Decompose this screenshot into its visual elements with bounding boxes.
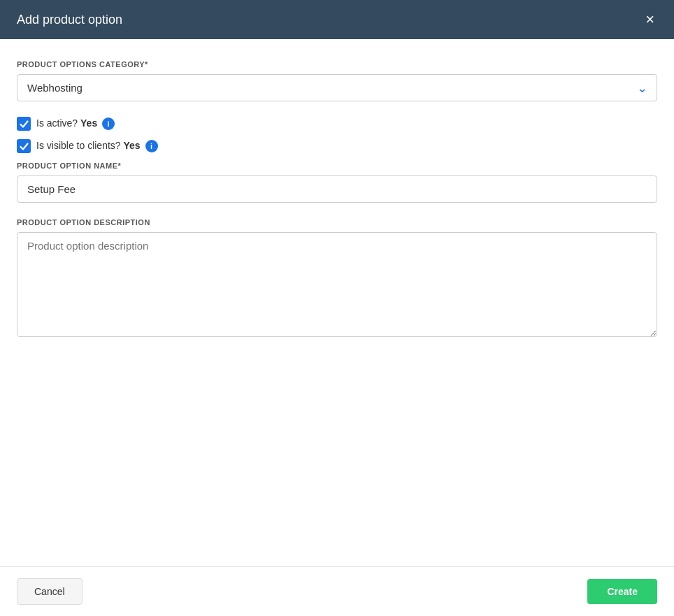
- is-active-row: Is active? Yes i: [17, 117, 657, 131]
- option-name-label: PRODUCT OPTION NAME*: [17, 162, 657, 170]
- description-group: PRODUCT OPTION DESCRIPTION: [17, 218, 657, 340]
- is-active-label: Is active? Yes i: [36, 117, 115, 130]
- category-label: PRODUCT OPTIONS CATEGORY*: [17, 60, 657, 69]
- cancel-button[interactable]: Cancel: [17, 578, 83, 605]
- modal-dialog: Add product option × PRODUCT OPTIONS CAT…: [0, 0, 674, 616]
- is-visible-label: Is visible to clients? Yes i: [36, 140, 158, 152]
- modal-title: Add product option: [17, 13, 122, 27]
- is-visible-row: Is visible to clients? Yes i: [17, 139, 657, 153]
- category-select-wrapper: Webhosting Domain SSL Server ⌄: [17, 74, 657, 101]
- category-select[interactable]: Webhosting Domain SSL Server: [17, 74, 657, 101]
- description-label: PRODUCT OPTION DESCRIPTION: [17, 218, 657, 227]
- modal-footer: Cancel Create: [0, 566, 674, 616]
- description-textarea[interactable]: [17, 232, 657, 337]
- modal-body: PRODUCT OPTIONS CATEGORY* Webhosting Dom…: [0, 39, 674, 566]
- is-visible-checkbox[interactable]: [17, 139, 31, 153]
- close-button[interactable]: ×: [643, 12, 657, 27]
- option-name-input[interactable]: [17, 176, 657, 203]
- is-active-checkbox[interactable]: [17, 117, 31, 131]
- is-visible-info-icon[interactable]: i: [145, 140, 158, 152]
- option-name-group: PRODUCT OPTION NAME*: [17, 162, 657, 203]
- create-button[interactable]: Create: [587, 579, 657, 604]
- is-active-info-icon[interactable]: i: [102, 117, 115, 130]
- category-group: PRODUCT OPTIONS CATEGORY* Webhosting Dom…: [17, 60, 657, 101]
- modal-header: Add product option ×: [0, 0, 674, 39]
